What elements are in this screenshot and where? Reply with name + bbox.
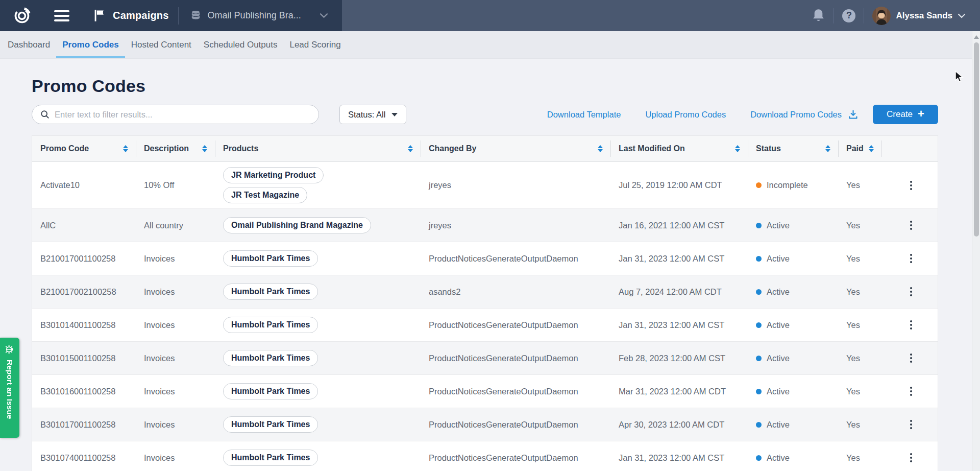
column-label: Paid (846, 144, 864, 153)
table-row: AllCAll countryOmail Publishing Brand Ma… (32, 208, 938, 242)
column-header-last-modified-on[interactable]: Last Modified On (610, 136, 748, 161)
sort-icon[interactable] (825, 145, 830, 152)
database-icon (190, 10, 202, 21)
cell-promo-code: B301017001100258 (32, 420, 136, 430)
column-header-changed-by[interactable]: Changed By (421, 136, 610, 161)
row-actions-kebab-icon[interactable] (907, 251, 915, 266)
tab-lead-scoring[interactable]: Lead Scoring (283, 31, 347, 58)
download-promo-codes-link[interactable]: Download Promo Codes (750, 109, 859, 120)
report-an-issue-tab[interactable]: Report an Issue (0, 338, 19, 438)
help-icon[interactable]: ? (842, 9, 855, 22)
status-label: Active (767, 287, 790, 297)
cell-description: Invoices (136, 254, 215, 264)
topbar-left: Campaigns Omail Publishing Bra... (0, 0, 342, 31)
cell-changed-by: ProductNoticesGenerateOutputDaemon (421, 387, 610, 396)
cell-products: Humbolt Park Times (215, 345, 421, 371)
sort-icon[interactable] (202, 145, 207, 152)
cell-last-modified: Aug 7, 2024 12:00 AM CDT (610, 287, 748, 297)
cell-promo-code: B210017001100258 (32, 254, 136, 264)
column-header-paid[interactable]: Paid (838, 136, 881, 161)
sort-icon[interactable] (735, 145, 740, 152)
product-pill: Humbolt Park Times (223, 450, 318, 466)
column-header-actions (881, 136, 938, 161)
cell-paid: Yes (838, 453, 881, 463)
sort-icon[interactable] (408, 145, 413, 152)
product-pill: Humbolt Park Times (223, 350, 318, 366)
cell-description: Invoices (136, 320, 215, 330)
product-pill: Humbolt Park Times (223, 383, 318, 399)
cell-description: Invoices (136, 287, 215, 297)
avatar (872, 7, 891, 25)
scrollbar-thumb[interactable] (974, 42, 979, 237)
cell-status: Active (748, 453, 838, 463)
caret-down-icon (391, 113, 398, 116)
status-label: Active (767, 221, 790, 230)
search-input[interactable] (55, 110, 310, 120)
cell-actions (881, 218, 938, 233)
scrollbar-up-arrow-icon[interactable] (974, 35, 979, 39)
column-header-promo-code[interactable]: Promo Code (32, 136, 136, 161)
status-label: Incomplete (767, 180, 808, 190)
cell-status: Active (748, 320, 838, 330)
topbar-right: ? Alyssa Sands (342, 0, 980, 31)
row-actions-kebab-icon[interactable] (907, 317, 915, 333)
cell-status: Active (748, 420, 838, 430)
cell-promo-code: B301015001100258 (32, 354, 136, 363)
cell-description: All country (136, 221, 215, 230)
column-label: Status (756, 144, 781, 153)
user-menu[interactable]: Alyssa Sands (872, 7, 966, 25)
cell-products: Humbolt Park Times (215, 278, 421, 305)
row-actions-kebab-icon[interactable] (907, 218, 915, 233)
page-title: Promo Codes (32, 76, 980, 96)
row-actions-kebab-icon[interactable] (907, 450, 915, 465)
cell-changed-by: ProductNoticesGenerateOutputDaemon (421, 420, 610, 430)
plus-icon: + (918, 108, 924, 120)
cell-paid: Yes (838, 354, 881, 363)
row-actions-kebab-icon[interactable] (907, 350, 915, 366)
row-actions-kebab-icon[interactable] (907, 384, 915, 399)
cell-changed-by: jreyes (421, 221, 610, 230)
status-dot (756, 455, 762, 461)
cell-description: Invoices (136, 420, 215, 430)
hamburger-menu-icon[interactable] (54, 10, 69, 21)
cell-actions (881, 384, 938, 399)
cell-status: Active (748, 287, 838, 297)
tab-hosted-content[interactable]: Hosted Content (125, 31, 198, 58)
tab-dashboard[interactable]: Dashboard (2, 31, 56, 58)
notifications-bell-icon[interactable] (812, 8, 825, 23)
app-section: Campaigns (93, 9, 169, 22)
create-button[interactable]: Create + (873, 105, 938, 124)
column-header-description[interactable]: Description (136, 136, 215, 161)
cell-last-modified: Mar 31, 2023 12:00 AM CDT (610, 387, 748, 396)
status-label: Active (767, 420, 790, 430)
cell-promo-code: AllC (32, 221, 136, 230)
cell-paid: Yes (838, 387, 881, 396)
status-dot (756, 223, 762, 228)
sort-icon[interactable] (598, 145, 603, 152)
sort-icon[interactable] (869, 145, 874, 152)
row-actions-kebab-icon[interactable] (907, 417, 915, 432)
upload-promo-codes-link[interactable]: Upload Promo Codes (645, 110, 726, 120)
brand-selector[interactable]: Omail Publishing Bra... (190, 10, 328, 21)
promo-codes-table: Promo CodeDescriptionProductsChanged ByL… (32, 135, 938, 471)
cell-paid: Yes (838, 180, 881, 190)
product-pill: Humbolt Park Times (223, 284, 318, 300)
tab-scheduled-outputs[interactable]: Scheduled Outputs (198, 31, 284, 58)
status-filter-dropdown[interactable]: Status: All (339, 105, 406, 124)
status-dot (756, 256, 762, 262)
cell-promo-code: B210017002100258 (32, 287, 136, 297)
omeda-logo-icon[interactable] (12, 6, 32, 26)
status-label: Active (767, 354, 790, 363)
sort-icon[interactable] (123, 145, 128, 152)
brand-name: Omail Publishing Bra... (208, 10, 301, 21)
row-actions-kebab-icon[interactable] (907, 178, 915, 193)
tab-promo-codes[interactable]: Promo Codes (56, 31, 125, 58)
column-header-products[interactable]: Products (215, 136, 421, 161)
vertical-scrollbar[interactable] (972, 31, 980, 471)
download-template-link[interactable]: Download Template (547, 110, 621, 120)
status-dot (756, 182, 762, 188)
cell-actions (881, 178, 938, 193)
cell-paid: Yes (838, 420, 881, 430)
column-header-status[interactable]: Status (748, 136, 838, 161)
row-actions-kebab-icon[interactable] (907, 284, 915, 299)
